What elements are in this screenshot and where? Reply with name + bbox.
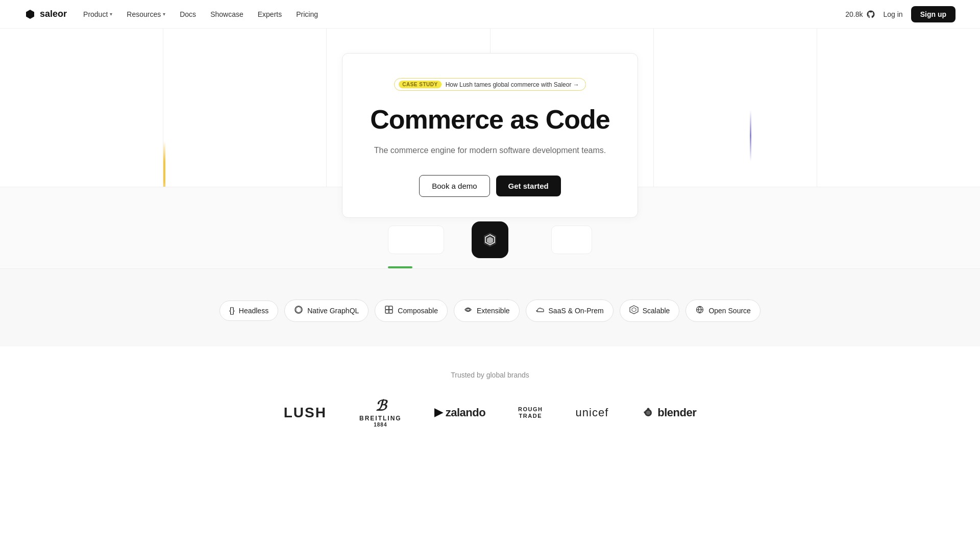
pill-composable[interactable]: Composable [375,299,448,322]
saas-icon [535,305,545,316]
logo[interactable]: saleor [24,9,67,20]
navigation: saleor Product ▾ Resources ▾ Docs Showca… [0,0,980,29]
hero-subtitle: The commerce engine for modern software … [363,144,617,157]
svg-rect-5 [385,306,389,310]
case-study-text: How Lush tames global commerce with Sale… [446,81,579,88]
pill-saas-label: SaaS & On-Prem [549,307,604,315]
saleor-icon-svg [481,231,499,249]
pill-extensible-label: Extensible [477,307,510,315]
pill-headless-label: Headless [239,307,268,315]
svg-rect-6 [389,306,393,310]
green-accent [388,266,412,268]
case-study-badge[interactable]: CASE STUDY How Lush tames global commerc… [394,78,586,91]
svg-rect-7 [385,310,389,313]
nav-right: 20.8k Log in Sign up [845,6,955,22]
logo-icon [24,9,36,20]
brand-breitling: ℬ BREITLING 1884 [359,397,402,428]
github-link[interactable]: 20.8k [845,10,875,19]
pill-graphql-label: Native GraphQL [307,307,359,315]
chevron-down-icon: ▾ [110,11,112,17]
scalable-icon [629,305,639,316]
brand-blender: blender [641,406,696,420]
features-section: {} Headless Native GraphQL [0,268,980,346]
brand-lush: LUSH [284,405,327,421]
nav-docs[interactable]: Docs [180,10,196,18]
saleor-logo-icon [481,231,499,249]
brand-zalando: zalando [434,406,485,419]
saleor-floating-logo [472,221,508,258]
hero-section: CASE STUDY How Lush tames global commerc… [0,29,980,268]
nav-left: saleor Product ▾ Resources ▾ Docs Showca… [24,9,318,20]
nav-experts[interactable]: Experts [258,10,282,18]
composable-icon [384,305,394,316]
github-icon [866,10,875,19]
nav-showcase[interactable]: Showcase [210,10,243,18]
pill-graphql[interactable]: Native GraphQL [284,299,369,322]
float-panel-right [551,226,592,254]
hero-card: CASE STUDY How Lush tames global commerc… [342,53,638,218]
brand-unicef: unicef [576,406,609,419]
pill-opensource[interactable]: Open Source [685,299,761,322]
get-started-button[interactable]: Get started [496,176,561,196]
features-pills: {} Headless Native GraphQL [0,299,980,322]
github-count: 20.8k [845,10,863,18]
svg-point-9 [467,309,469,311]
pill-saas[interactable]: SaaS & On-Prem [526,299,614,322]
extensible-icon [463,305,473,316]
pill-scalable[interactable]: Scalable [620,299,680,322]
svg-rect-8 [389,310,393,313]
pill-opensource-label: Open Source [708,307,751,315]
hero-title: Commerce as Code [363,105,617,134]
pill-headless[interactable]: {} Headless [219,300,278,321]
opensource-icon [695,305,704,316]
nav-pricing[interactable]: Pricing [296,10,318,18]
headless-icon: {} [229,306,235,315]
logo-text: saleor [40,9,67,19]
chevron-down-icon: ▾ [163,11,165,17]
blender-icon [641,406,655,420]
hero-buttons: Book a demo Get started [363,175,617,197]
nav-resources[interactable]: Resources ▾ [127,10,165,18]
nav-links: Product ▾ Resources ▾ Docs Showcase Expe… [83,10,318,18]
nav-product[interactable]: Product ▾ [83,10,112,18]
svg-point-15 [646,411,650,415]
pill-composable-label: Composable [398,307,438,315]
purple-accent [750,110,751,161]
graphql-icon [294,305,303,316]
pill-scalable-label: Scalable [643,307,670,315]
pill-extensible[interactable]: Extensible [454,299,520,322]
svg-marker-10 [630,306,638,314]
svg-point-16 [647,408,650,410]
case-study-label: CASE STUDY [399,81,441,88]
brand-rough: ROUGH TRADE [518,406,543,419]
book-demo-button[interactable]: Book a demo [419,175,489,197]
signup-button[interactable]: Sign up [911,6,955,22]
login-button[interactable]: Log in [884,10,903,18]
brands-row: LUSH ℬ BREITLING 1884 zalando ROUGH TRAD… [0,397,980,428]
float-panel-left [388,226,444,254]
brands-title: Trusted by global brands [0,371,980,379]
brands-section: Trusted by global brands LUSH ℬ BREITLIN… [0,346,980,453]
svg-marker-11 [632,308,636,312]
svg-marker-0 [26,10,34,19]
zalando-arrow [434,408,444,417]
